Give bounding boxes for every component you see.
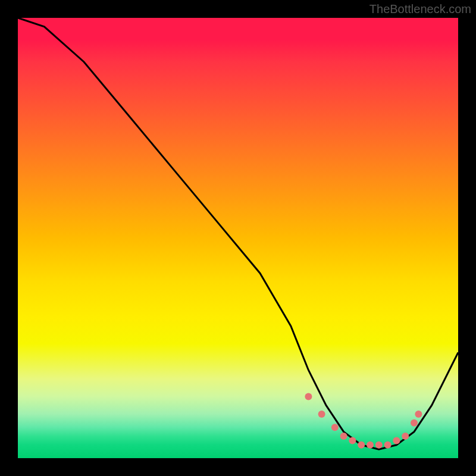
chart-svg: [18, 18, 458, 458]
marker-dot: [415, 411, 422, 418]
marker-dot: [367, 441, 374, 449]
marker-dot: [349, 437, 356, 444]
marker-dot: [411, 419, 418, 427]
marker-dot: [305, 393, 312, 400]
watermark-text: TheBottleneck.com: [369, 2, 471, 16]
gradient-plot-area: [18, 18, 458, 458]
curve-line: [18, 18, 458, 449]
data-markers: [305, 393, 422, 448]
marker-dot: [340, 433, 347, 440]
marker-dot: [384, 441, 392, 449]
marker-dot: [318, 411, 325, 418]
marker-dot: [358, 441, 365, 449]
marker-dot: [375, 441, 383, 449]
bottleneck-curve: [18, 18, 458, 449]
marker-dot: [331, 424, 339, 431]
marker-dot: [402, 433, 409, 440]
marker-dot: [393, 437, 400, 444]
